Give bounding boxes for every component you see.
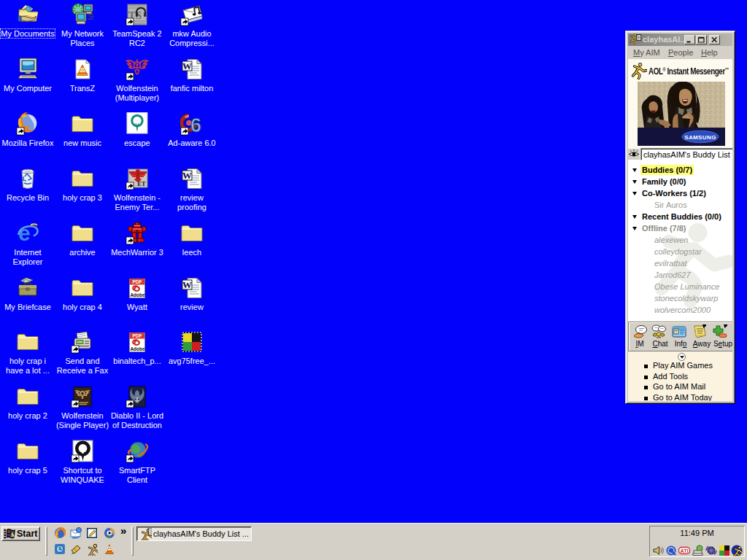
svg-text:6: 6 — [190, 114, 201, 136]
svg-text:SAMSUNG: SAMSUNG — [684, 134, 716, 141]
svg-text:PDF: PDF — [133, 279, 142, 284]
svg-text:ET: ET — [137, 180, 146, 187]
svg-text:ATI: ATI — [681, 548, 689, 553]
svg-text:e: e — [18, 222, 31, 245]
svg-text:W: W — [182, 61, 192, 71]
svg-text:Adobe: Adobe — [130, 346, 145, 351]
svg-text:W: W — [182, 279, 192, 290]
svg-text:W: W — [182, 170, 192, 181]
svg-text:Adobe: Adobe — [130, 292, 145, 298]
svg-text:PDF: PDF — [133, 333, 142, 338]
